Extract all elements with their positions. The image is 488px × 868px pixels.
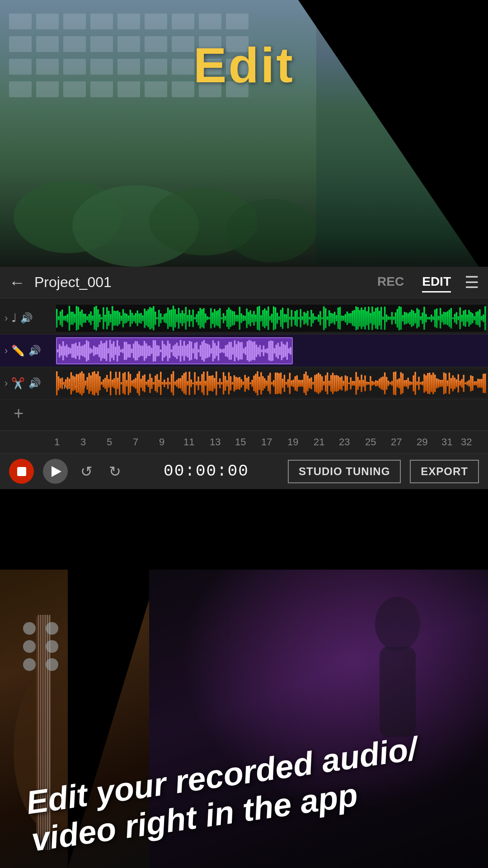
- svg-rect-196: [334, 311, 335, 324]
- svg-rect-606: [404, 380, 405, 387]
- svg-rect-337: [158, 345, 160, 356]
- svg-rect-422: [74, 377, 75, 390]
- play-button[interactable]: [43, 459, 68, 484]
- svg-rect-363: [205, 343, 207, 358]
- svg-rect-113: [185, 307, 187, 329]
- svg-rect-621: [431, 375, 432, 392]
- volume-icon-1[interactable]: 🔊: [20, 312, 33, 324]
- svg-rect-80: [126, 313, 127, 322]
- page-title: Edit: [193, 36, 295, 94]
- svg-rect-273: [472, 313, 473, 323]
- svg-rect-114: [187, 315, 188, 321]
- svg-rect-471: [162, 382, 163, 385]
- stop-button[interactable]: [9, 459, 34, 484]
- svg-rect-598: [389, 382, 391, 384]
- svg-rect-173: [293, 316, 294, 320]
- svg-rect-539: [284, 375, 285, 392]
- studio-tuning-button[interactable]: STUDIO TUNING: [288, 460, 401, 483]
- svg-rect-67: [103, 307, 104, 329]
- svg-rect-139: [232, 311, 233, 326]
- svg-rect-171: [289, 316, 291, 320]
- svg-rect-395: [263, 345, 265, 356]
- redo-button[interactable]: ↻: [105, 459, 125, 484]
- timeline-ruler: 1 3 5 7 9 11 13 15 17 19 21 23 25 27 29 …: [0, 430, 488, 453]
- svg-rect-125: [206, 316, 208, 320]
- svg-rect-209: [357, 307, 358, 330]
- svg-rect-244: [420, 316, 421, 320]
- svg-rect-356: [192, 348, 194, 353]
- svg-rect-200: [341, 315, 343, 321]
- svg-rect-408: [286, 341, 288, 359]
- svg-rect-583: [362, 380, 364, 387]
- svg-rect-632: [450, 378, 452, 388]
- svg-rect-193: [328, 310, 330, 326]
- svg-rect-455: [133, 379, 135, 387]
- track-expand-icon-2[interactable]: ›: [5, 345, 8, 357]
- track-waveform-2[interactable]: [56, 337, 486, 364]
- svg-rect-21: [172, 59, 194, 75]
- track-controls-3: › ✂️ 🔊: [0, 377, 54, 390]
- track-waveform-3[interactable]: Track03: [56, 370, 486, 397]
- export-button[interactable]: EXPORT: [410, 460, 479, 483]
- svg-rect-381: [238, 341, 239, 360]
- svg-rect-613: [416, 381, 418, 385]
- volume-icon-3[interactable]: 🔊: [28, 377, 41, 389]
- undo-button[interactable]: ↺: [77, 459, 96, 484]
- svg-rect-34: [172, 81, 194, 97]
- tab-rec[interactable]: REC: [377, 272, 404, 292]
- volume-icon-2[interactable]: 🔊: [28, 345, 41, 357]
- svg-rect-479: [176, 380, 178, 387]
- svg-rect-1: [9, 14, 32, 29]
- ruler-marker: 31: [441, 436, 452, 448]
- add-track-button[interactable]: +: [14, 404, 23, 423]
- svg-rect-308: [106, 340, 108, 361]
- music-icon-1: ♩: [11, 311, 17, 325]
- svg-rect-557: [316, 374, 317, 392]
- svg-rect-585: [366, 382, 367, 385]
- svg-rect-217: [371, 307, 373, 330]
- svg-rect-202: [345, 314, 346, 322]
- svg-rect-227: [389, 316, 391, 320]
- menu-button[interactable]: ☰: [465, 273, 479, 292]
- track-expand-icon-1[interactable]: ›: [5, 312, 8, 324]
- svg-rect-53: [78, 307, 79, 329]
- svg-rect-477: [173, 371, 174, 396]
- svg-rect-189: [321, 317, 323, 319]
- svg-rect-303: [97, 347, 99, 354]
- back-button[interactable]: ←: [9, 273, 25, 292]
- svg-rect-310: [109, 340, 111, 361]
- svg-rect-51: [74, 314, 75, 322]
- svg-rect-351: [183, 340, 185, 360]
- svg-rect-429: [86, 377, 88, 389]
- top-section: Edit: [0, 0, 488, 280]
- svg-rect-473: [165, 382, 167, 384]
- svg-rect-495: [205, 381, 206, 386]
- svg-rect-579: [355, 372, 357, 395]
- track-expand-icon-3[interactable]: ›: [5, 377, 8, 389]
- track-waveform-1[interactable]: // Generated via JS below: [56, 305, 486, 332]
- svg-rect-435: [97, 371, 99, 396]
- svg-rect-556: [314, 375, 315, 392]
- svg-rect-385: [245, 347, 247, 355]
- svg-rect-66: [101, 317, 102, 319]
- svg-rect-146: [244, 316, 246, 321]
- svg-rect-497: [208, 376, 210, 391]
- tab-edit[interactable]: EDIT: [422, 272, 451, 292]
- svg-rect-29: [36, 81, 59, 97]
- svg-rect-354: [189, 341, 191, 361]
- svg-rect-207: [353, 310, 355, 326]
- svg-rect-373: [223, 349, 225, 353]
- svg-rect-567: [334, 375, 335, 392]
- svg-rect-501: [216, 371, 217, 395]
- svg-rect-61: [92, 315, 93, 321]
- svg-rect-246: [423, 307, 425, 330]
- svg-rect-133: [221, 317, 222, 319]
- svg-rect-222: [380, 307, 382, 330]
- svg-rect-318: [124, 341, 126, 360]
- svg-rect-636: [458, 374, 459, 392]
- svg-rect-46: [65, 316, 66, 321]
- svg-rect-156: [262, 310, 263, 326]
- svg-rect-321: [129, 344, 131, 357]
- svg-rect-594: [382, 376, 384, 390]
- svg-rect-297: [86, 340, 88, 361]
